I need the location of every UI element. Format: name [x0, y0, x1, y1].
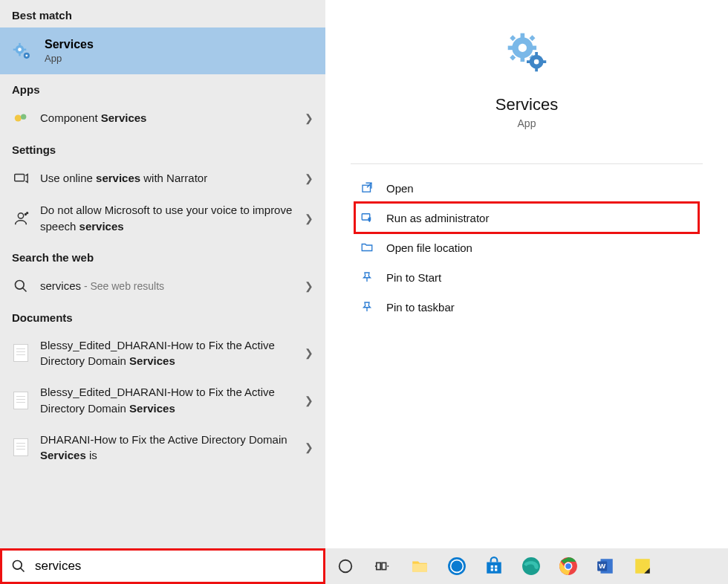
svg-rect-34	[363, 185, 371, 192]
section-search-web: Search the web	[0, 242, 325, 270]
svg-line-15	[23, 288, 27, 291]
svg-rect-26	[510, 55, 516, 61]
best-match-title: Services	[45, 38, 94, 51]
svg-point-8	[15, 114, 22, 121]
best-match-item-services[interactable]: Services App	[0, 27, 325, 74]
taskbar-word-icon[interactable]: W	[593, 554, 618, 579]
action-run-as-administrator[interactable]: Run as administrator	[355, 203, 698, 233]
document-item[interactable]: Blessy_Edited_DHARANI-How to Fix the Act…	[0, 377, 325, 424]
svg-point-14	[16, 280, 25, 289]
svg-line-17	[21, 568, 25, 572]
svg-point-16	[13, 561, 22, 570]
svg-rect-22	[508, 46, 514, 51]
pin-icon	[360, 299, 374, 314]
settings-item-label: Use online services with Narrator	[40, 170, 294, 186]
action-open[interactable]: Open	[355, 173, 698, 203]
svg-rect-10	[15, 175, 25, 181]
search-icon	[12, 277, 30, 295]
apps-item-component-services[interactable]: Component Services ❯	[0, 102, 325, 134]
settings-item-narrator[interactable]: Use online services with Narrator ❯	[0, 162, 325, 195]
taskbar: W	[325, 548, 728, 584]
apps-item-label: Component Services	[40, 110, 294, 126]
svg-point-55	[565, 563, 571, 569]
svg-point-12	[25, 213, 27, 215]
action-pin-to-start[interactable]: Pin to Start	[355, 262, 698, 292]
svg-rect-25	[530, 35, 536, 41]
app-title: Services	[495, 95, 558, 114]
svg-rect-33	[543, 60, 547, 63]
gears-icon	[12, 41, 33, 62]
document-icon	[12, 344, 30, 362]
svg-rect-50	[491, 568, 493, 571]
svg-point-1	[18, 48, 22, 51]
svg-rect-48	[491, 565, 493, 568]
search-bar[interactable]	[0, 548, 325, 584]
svg-rect-32	[527, 60, 530, 63]
open-icon	[360, 181, 374, 195]
component-services-icon	[12, 109, 30, 127]
svg-rect-31	[535, 68, 538, 72]
chevron-right-icon: ❯	[305, 172, 313, 184]
chevron-right-icon: ❯	[305, 212, 313, 224]
web-result-label: services - See web results	[40, 278, 294, 294]
svg-point-19	[519, 44, 527, 52]
chevron-right-icon: ❯	[305, 112, 313, 124]
chevron-right-icon: ❯	[305, 280, 313, 292]
best-match-subtitle: App	[45, 53, 94, 64]
svg-rect-21	[521, 56, 525, 62]
action-label: Pin to taskbar	[386, 301, 455, 314]
action-pin-to-taskbar[interactable]: Pin to taskbar	[355, 292, 698, 322]
taskbar-task-view-icon[interactable]	[370, 554, 395, 579]
web-result-services[interactable]: services - See web results ❯	[0, 270, 325, 302]
svg-point-9	[21, 114, 26, 120]
document-item[interactable]: Blessy_Edited_DHARANI-How to Fix the Act…	[0, 330, 325, 377]
svg-point-46	[451, 560, 462, 571]
folder-icon	[360, 240, 374, 255]
svg-rect-24	[510, 35, 516, 41]
taskbar-cortana-icon[interactable]	[333, 554, 358, 579]
action-open-file-location[interactable]: Open file location	[355, 233, 698, 262]
svg-rect-49	[495, 565, 497, 568]
svg-point-13	[27, 212, 28, 214]
section-settings: Settings	[0, 134, 325, 162]
taskbar-edge-icon[interactable]	[519, 554, 544, 579]
svg-rect-43	[412, 564, 427, 572]
search-icon	[11, 559, 26, 574]
taskbar-file-explorer-icon[interactable]	[407, 554, 432, 579]
section-documents: Documents	[0, 302, 325, 330]
taskbar-dell-icon[interactable]	[444, 554, 469, 579]
gears-icon	[504, 30, 549, 74]
svg-rect-5	[24, 48, 27, 50]
svg-point-11	[18, 212, 23, 218]
svg-point-7	[25, 54, 27, 56]
action-label: Pin to Start	[386, 271, 441, 284]
document-item-label: Blessy_Edited_DHARANI-How to Fix the Act…	[40, 337, 294, 370]
chevron-right-icon: ❯	[305, 395, 313, 406]
details-pane: Services App Open Run as administrator O…	[325, 0, 728, 584]
action-label: Run as administrator	[386, 212, 489, 224]
document-icon	[12, 392, 30, 409]
taskbar-chrome-icon[interactable]	[556, 554, 581, 579]
pin-icon	[360, 270, 374, 285]
action-label: Open	[386, 182, 414, 195]
speech-icon	[12, 210, 30, 227]
svg-rect-23	[531, 46, 537, 51]
svg-point-38	[339, 560, 352, 573]
svg-rect-51	[495, 568, 497, 571]
svg-rect-20	[521, 33, 525, 39]
search-input[interactable]	[35, 559, 314, 574]
svg-rect-30	[535, 52, 538, 56]
svg-rect-39	[377, 562, 381, 569]
document-icon	[12, 438, 30, 456]
settings-item-speech[interactable]: Do not allow Microsoft to use your voice…	[0, 195, 325, 242]
taskbar-store-icon[interactable]	[481, 554, 507, 579]
taskbar-sticky-notes-icon[interactable]	[630, 554, 655, 579]
svg-point-29	[534, 59, 539, 65]
document-item[interactable]: DHARANI-How to Fix the Active Directory …	[0, 424, 325, 472]
chevron-right-icon: ❯	[305, 441, 313, 453]
app-subtitle: App	[518, 117, 536, 129]
document-item-label: Blessy_Edited_DHARANI-How to Fix the Act…	[40, 384, 294, 417]
svg-rect-3	[19, 53, 20, 56]
admin-shield-icon	[360, 210, 374, 225]
chevron-right-icon: ❯	[305, 347, 313, 359]
